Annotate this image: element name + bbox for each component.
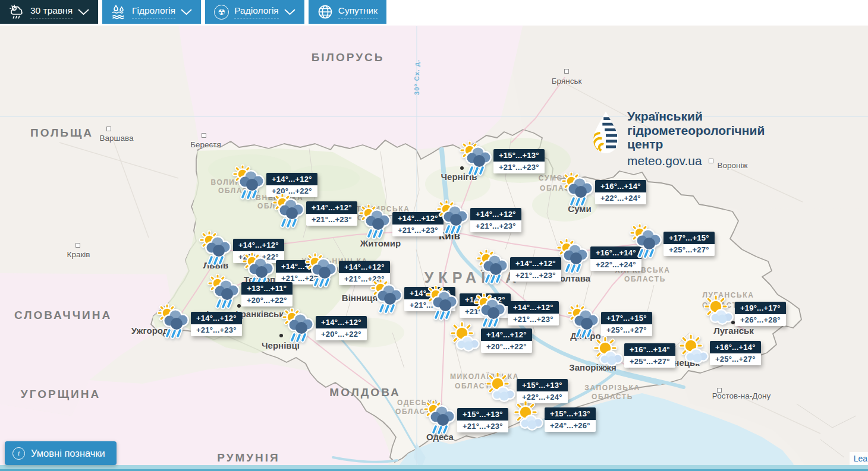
sun-rain-cloud-icon — [156, 304, 193, 340]
sun-cloud-icon — [589, 335, 626, 372]
temp-badge: +16°...+14°+22°...+24° — [595, 180, 646, 204]
sun-rain-cloud-icon — [206, 274, 243, 311]
sun-rain-cloud-icon — [281, 308, 317, 344]
temp-bottom: +20°...+22° — [316, 328, 367, 341]
bottom-bar — [0, 465, 868, 471]
temp-top: +14°...+12° — [508, 301, 559, 314]
temp-badge: +13°...+11°+20°...+22° — [241, 282, 293, 306]
sun-rain-cloud-icon — [198, 230, 235, 267]
temp-top: +15°...+13° — [457, 408, 508, 421]
temp-top: +17°...+15° — [663, 232, 715, 244]
tab-label: Супутник — [338, 5, 378, 18]
legend-button[interactable]: i Умовні позначки — [5, 441, 117, 465]
tab-date[interactable]: 30 травня — [0, 0, 98, 24]
temp-bottom: +25°...+27° — [663, 244, 715, 257]
temp-top: +14°...+12° — [191, 312, 242, 324]
tab-label: Радіологія — [234, 5, 279, 18]
temp-top: +15°...+13° — [517, 379, 568, 391]
satellite-icon — [317, 4, 333, 20]
sun-rain-cloud-icon — [422, 400, 459, 437]
temp-top: +16°...+14° — [595, 180, 646, 192]
temp-bottom: +21°...+23° — [306, 214, 357, 226]
map-attribution-link[interactable]: Lea — [850, 452, 868, 465]
temp-badge: +14°...+12°+21°...+23° — [508, 301, 559, 325]
temp-top: +14°...+12° — [481, 328, 532, 341]
temp-bottom: +21°...+23° — [508, 314, 559, 326]
temp-bottom: +25°...+27° — [601, 324, 652, 337]
sun-rain-cloud-icon — [369, 279, 406, 315]
temp-badge: +16°...+14°+25°...+27° — [624, 343, 675, 368]
sun-cloud-icon — [510, 399, 546, 436]
temp-badge: +14°...+12°+21°...+23° — [191, 312, 242, 336]
legend-button-label: Умовні позначки — [31, 448, 105, 459]
sun-rain-cloud-icon — [357, 204, 394, 241]
temp-bottom: +21°...+23° — [457, 421, 508, 433]
tab-radiology[interactable]: ☢Радіологія — [205, 0, 304, 24]
temp-top: +14°...+12° — [316, 316, 367, 328]
radiology-icon: ☢ — [214, 5, 229, 20]
temp-top: +14°...+12° — [306, 201, 357, 214]
sun-rain-cloud-icon — [555, 238, 592, 275]
temp-badge: +14°...+12°+21°...+23° — [306, 201, 357, 226]
temp-badge: +15°...+13°+21°...+23° — [493, 149, 545, 173]
chevron-down-icon — [284, 9, 295, 15]
temp-top: +16°...+14° — [624, 343, 675, 356]
temp-bottom: +21°...+23° — [510, 270, 561, 282]
temp-badge: +19°...+17°+26°...+28° — [735, 302, 786, 326]
temp-bottom: +20°...+22° — [481, 341, 532, 353]
temp-top: +14°...+12° — [266, 173, 317, 185]
temp-bottom: +24°...+26° — [545, 420, 596, 432]
temp-bottom: +26°...+28° — [735, 314, 786, 327]
temp-badge: +17°...+15°+25°...+27° — [601, 312, 652, 336]
temp-bottom: +25°...+27° — [710, 353, 761, 366]
temp-bottom: +20°...+22° — [241, 295, 293, 307]
temp-badge: +16°...+14°+25°...+27° — [710, 341, 761, 365]
sun-rain-cloud-icon — [424, 285, 461, 322]
sun-rain-cloud-icon — [435, 200, 472, 236]
tab-satellite[interactable]: Супутник — [309, 0, 386, 24]
hydrology-icon — [111, 4, 127, 20]
temp-top: +16°...+14° — [710, 341, 761, 353]
temp-badge: +14°...+12°+21°...+23° — [470, 208, 521, 232]
sun-cloud-icon — [700, 293, 737, 330]
temp-bottom: +25°...+27° — [624, 356, 675, 368]
tab-label: 30 травня — [30, 5, 73, 18]
temp-badge: +15°...+13°+21°...+23° — [457, 408, 508, 432]
temp-badge: +15°...+13°+24°...+26° — [545, 407, 596, 432]
tab-label: Гідрологія — [132, 5, 175, 18]
temp-top: +19°...+17° — [735, 302, 786, 314]
chevron-down-icon — [181, 9, 192, 15]
temp-top: +13°...+11° — [241, 282, 293, 295]
sun-rain-cloud-icon — [560, 172, 597, 208]
sun-rain-cloud-icon — [304, 252, 341, 289]
top-navbar: 30 травняГідрологія☢РадіологіяСупутник — [0, 0, 868, 26]
temp-bottom: +22°...+24° — [590, 259, 641, 271]
temp-top: +14°...+12° — [470, 208, 521, 220]
temp-top: +17°...+15° — [601, 312, 652, 324]
temp-badge: +14°...+12°+21°...+23° — [510, 257, 561, 282]
temp-badge: +14°...+12°+20°...+22° — [316, 316, 367, 340]
temp-bottom: +21°...+23° — [470, 220, 521, 233]
tab-hydrology[interactable]: Гідрологія — [102, 0, 201, 24]
temp-badge: +14°...+12°+20°...+22° — [481, 328, 532, 353]
temp-badge: +17°...+15°+25°...+27° — [663, 232, 715, 256]
forecast-icon — [9, 4, 25, 20]
temp-top: +15°...+13° — [545, 407, 596, 420]
weather-stations-layer: +14°...+12°+20°...+22°+14°...+12°+21°...… — [0, 0, 868, 471]
temp-bottom: +22°...+24° — [595, 192, 646, 205]
sun-cloud-icon — [446, 320, 483, 357]
sun-rain-cloud-icon — [458, 141, 495, 178]
temp-top: +15°...+13° — [493, 149, 545, 162]
weather-map-page: { "navbar": { "tabs": [ {"id":"date","la… — [0, 0, 868, 471]
temp-top: +14°...+12° — [339, 261, 390, 273]
sun-cloud-icon — [675, 333, 712, 369]
sun-rain-cloud-icon — [475, 249, 512, 286]
info-icon: i — [12, 447, 25, 460]
sun-rain-cloud-icon — [271, 193, 308, 230]
temp-top: +14°...+12° — [510, 257, 561, 270]
temp-bottom: +21°...+23° — [191, 324, 242, 337]
sun-rain-cloud-icon — [231, 165, 268, 201]
temp-top: +14°...+12° — [233, 239, 284, 251]
chevron-down-icon — [78, 9, 89, 15]
temp-bottom: +21°...+23° — [493, 162, 545, 174]
